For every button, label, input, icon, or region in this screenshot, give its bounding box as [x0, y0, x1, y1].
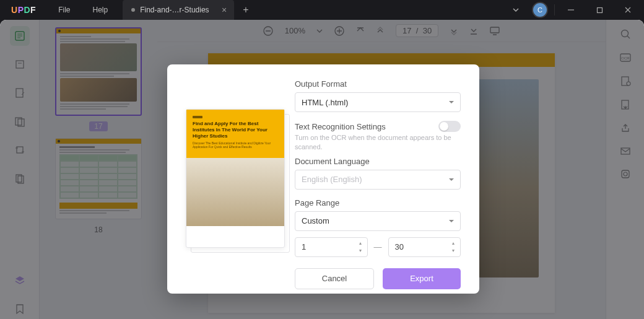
output-format-select[interactable]: HTML (.html) — [295, 92, 461, 112]
svg-rect-2 — [597, 7, 602, 12]
cancel-button[interactable]: Cancel — [295, 268, 374, 289]
range-dash: — — [374, 242, 382, 251]
menu-help[interactable]: Help — [82, 6, 120, 14]
ocr-hint: Turn on the OCR when the document appear… — [295, 133, 461, 152]
to-up[interactable]: ▴ — [449, 240, 458, 247]
menu-file[interactable]: File — [47, 6, 81, 14]
page-to-input[interactable]: 30 ▴▾ — [388, 237, 461, 257]
ocr-label: Text Recognition Settings — [295, 122, 386, 131]
close-window-button[interactable] — [616, 0, 640, 20]
tab-indicator — [131, 8, 135, 12]
page-from-input[interactable]: 1 ▴▾ — [295, 237, 368, 257]
minimize-button[interactable] — [559, 0, 583, 20]
from-up[interactable]: ▴ — [356, 240, 365, 247]
page-range-label: Page Range — [295, 198, 461, 208]
export-button[interactable]: Export — [383, 268, 461, 289]
preview-title: Find and Apply For the Best Institutes I… — [193, 121, 278, 139]
language-select[interactable]: English (English) — [295, 170, 461, 190]
new-tab-button[interactable]: + — [234, 4, 257, 15]
page-range-select[interactable]: Custom — [295, 211, 461, 231]
preview-subtitle: Discover The Best Educational Institute … — [193, 141, 278, 149]
window-menu-chevron-icon[interactable] — [506, 4, 526, 16]
tab-close-icon[interactable]: × — [219, 5, 229, 15]
user-avatar[interactable]: C — [533, 3, 547, 17]
tab-title: Find-and-…r-Studies — [140, 6, 214, 14]
from-down[interactable]: ▾ — [356, 247, 365, 254]
to-down[interactable]: ▾ — [449, 247, 458, 254]
export-preview: Find and Apply For the Best Institutes I… — [182, 79, 291, 279]
export-modal: Find and Apply For the Best Institutes I… — [167, 64, 479, 294]
language-label: Document Language — [295, 157, 461, 166]
app-logo: UPDF — [0, 5, 47, 15]
maximize-button[interactable] — [587, 0, 612, 20]
document-tab[interactable]: Find-and-…r-Studies × — [123, 0, 234, 20]
ocr-toggle[interactable] — [438, 121, 461, 132]
output-format-label: Output Format — [295, 79, 461, 89]
